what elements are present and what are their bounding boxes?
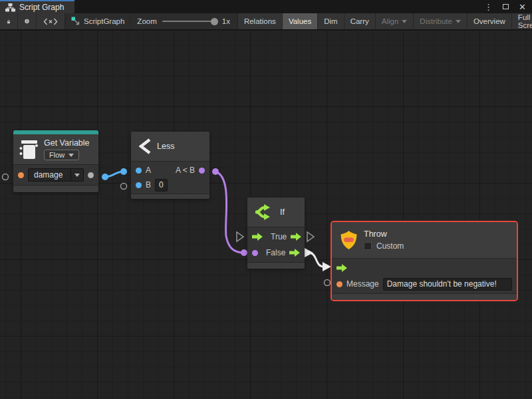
true-output-port[interactable] <box>291 233 301 241</box>
hierarchy-icon <box>5 3 15 12</box>
script-graph-window: Script Graph ⋮ ✕ <box>0 0 532 399</box>
variable-icon <box>19 140 38 160</box>
wire-end-dot[interactable] <box>212 168 219 175</box>
wire-less-to-if[interactable] <box>215 172 244 253</box>
values-button[interactable]: Values <box>283 13 317 29</box>
port-name-input[interactable] <box>18 172 24 178</box>
node-title: Throw <box>364 229 404 239</box>
false-output-port[interactable] <box>289 249 300 257</box>
wire-end-dot[interactable] <box>102 174 108 180</box>
relations-button[interactable]: Relations <box>238 13 282 29</box>
branch-icon <box>254 203 274 221</box>
caret-down-icon <box>68 154 74 157</box>
zoom-label: Zoom <box>137 17 156 25</box>
socket-less-b[interactable] <box>121 184 127 190</box>
condition-input-port[interactable] <box>252 250 258 256</box>
wire-end-dot[interactable] <box>241 249 247 256</box>
graph-breadcrumb[interactable]: ScriptGraph <box>66 13 130 29</box>
variable-scope-dropdown[interactable]: Flow <box>44 150 79 160</box>
zoom-slider[interactable] <box>162 21 217 22</box>
message-input-port[interactable] <box>336 281 342 287</box>
less-than-icon <box>139 138 151 154</box>
wire-flow-arrow[interactable] <box>323 262 331 271</box>
caret-down-icon <box>456 20 461 23</box>
tab-script-graph[interactable]: Script Graph <box>0 0 74 13</box>
socket-throw-message[interactable] <box>325 280 331 286</box>
window-controls: ⋮ ✕ <box>484 0 526 13</box>
socket-getvariable-fallback[interactable] <box>3 174 9 180</box>
script-graph-icon <box>71 17 80 26</box>
custom-checkbox[interactable] <box>364 242 372 250</box>
port-comparison-output[interactable] <box>199 168 205 174</box>
zoom-value: 1x <box>222 17 230 25</box>
info-button[interactable] <box>18 13 36 29</box>
zoom-slider-handle[interactable] <box>211 18 218 25</box>
node-throw[interactable]: Throw Custom Message Damage shouldn't <box>332 222 517 300</box>
more-menu-icon[interactable]: ⋮ <box>484 3 493 11</box>
node-less[interactable]: Less A A < B B 0 <box>131 132 209 199</box>
info-icon <box>25 17 29 26</box>
wire-flow-arrow[interactable] <box>305 248 313 257</box>
port-value-output[interactable] <box>88 172 94 178</box>
code-view-button[interactable] <box>37 13 65 29</box>
wire-end-dot[interactable] <box>120 168 127 175</box>
socket-if-true-exit[interactable] <box>307 232 314 241</box>
overview-button[interactable]: Overview <box>467 13 511 29</box>
fullscreen-button[interactable]: Full Screen <box>512 13 532 29</box>
socket-if-enter[interactable] <box>237 232 243 241</box>
graph-name-label: ScriptGraph <box>84 17 124 25</box>
variable-name-dropdown[interactable]: damage <box>28 168 84 182</box>
tab-bar: Script Graph ⋮ ✕ <box>0 0 532 13</box>
align-button[interactable]: Align <box>376 13 414 29</box>
lock-button[interactable] <box>0 13 17 29</box>
carry-button[interactable]: Carry <box>344 13 375 29</box>
node-title: Get Variable <box>44 138 90 148</box>
port-a-input[interactable] <box>136 168 142 174</box>
close-icon[interactable]: ✕ <box>519 3 526 11</box>
tab-title: Script Graph <box>19 3 64 12</box>
node-get-variable[interactable]: Get Variable Flow damage <box>13 130 98 192</box>
message-label: Message <box>346 279 379 289</box>
lock-icon <box>7 17 11 26</box>
caret-down-icon <box>74 174 80 177</box>
b-value-input[interactable]: 0 <box>155 179 168 192</box>
node-if[interactable]: If True False <box>247 198 305 269</box>
distribute-button[interactable]: Distribute <box>414 13 467 29</box>
flow-input-port[interactable] <box>336 264 347 272</box>
wire-getvariable-to-less[interactable] <box>105 172 124 177</box>
caret-down-icon <box>402 20 407 23</box>
graph-canvas[interactable]: Get Variable Flow damage <box>0 30 532 399</box>
node-title: If <box>280 207 285 217</box>
node-title: Less <box>157 142 174 151</box>
throw-shield-icon <box>340 230 358 250</box>
maximize-icon[interactable] <box>503 4 509 9</box>
flow-input-port[interactable] <box>252 233 263 241</box>
port-b-input[interactable] <box>136 182 142 188</box>
dim-button[interactable]: Dim <box>318 13 343 29</box>
custom-checkbox-label: Custom <box>376 241 404 251</box>
graph-toolbar: ScriptGraph Zoom 1x Relations Values Dim… <box>0 13 532 30</box>
zoom-control: Zoom 1x <box>130 13 237 29</box>
message-value-input[interactable]: Damage shouldn't be negative! <box>383 278 512 291</box>
wire-if-false-to-throw[interactable] <box>309 253 324 267</box>
code-brackets-icon <box>43 17 58 27</box>
